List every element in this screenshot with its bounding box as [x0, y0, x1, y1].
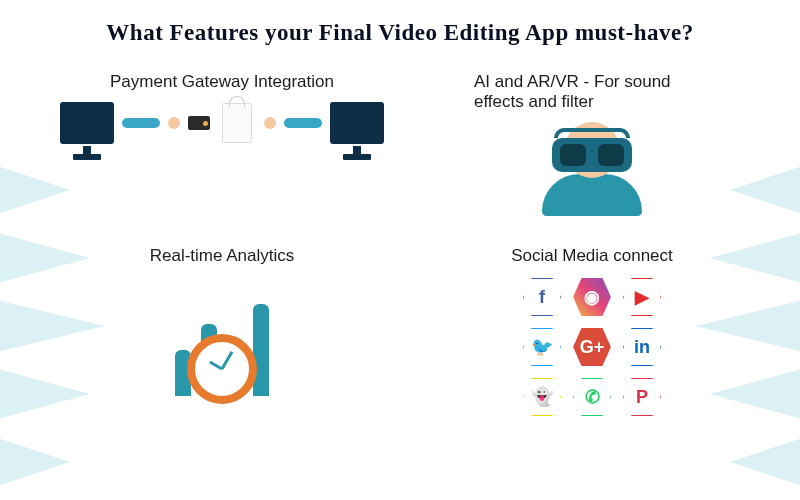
pinterest-icon: P: [621, 376, 663, 418]
feature-payment-gateway: Payment Gateway Integration: [60, 72, 384, 216]
instagram-icon: ◉: [571, 276, 613, 318]
feature-label: Payment Gateway Integration: [110, 72, 334, 92]
feature-label: Real-time Analytics: [150, 246, 295, 266]
linkedin-icon: in: [621, 326, 663, 368]
feature-label: Social Media connect: [511, 246, 673, 266]
feature-ar-vr: AI and AR/VR - For sound effects and fil…: [444, 72, 740, 216]
facebook-icon: f: [521, 276, 563, 318]
page-title: What Features your Final Video Editing A…: [60, 20, 740, 46]
social-icons-grid: f ◉ ▶ 🐦 G+ in 👻 ✆ P: [521, 276, 663, 418]
snapchat-icon: 👻: [521, 376, 563, 418]
twitter-icon: 🐦: [521, 326, 563, 368]
google-plus-icon: G+: [571, 326, 613, 368]
youtube-icon: ▶: [621, 276, 663, 318]
feature-label: AI and AR/VR - For sound effects and fil…: [474, 72, 684, 112]
feature-social: Social Media connect f ◉ ▶ 🐦 G+ in 👻 ✆ P: [444, 246, 740, 418]
payment-gateway-icon: [60, 102, 384, 144]
vr-headset-icon: [532, 122, 652, 216]
whatsapp-icon: ✆: [571, 376, 613, 418]
feature-analytics: Real-time Analytics: [60, 246, 384, 418]
analytics-clock-icon: [152, 276, 292, 396]
features-grid: Payment Gateway Integration: [60, 72, 740, 418]
